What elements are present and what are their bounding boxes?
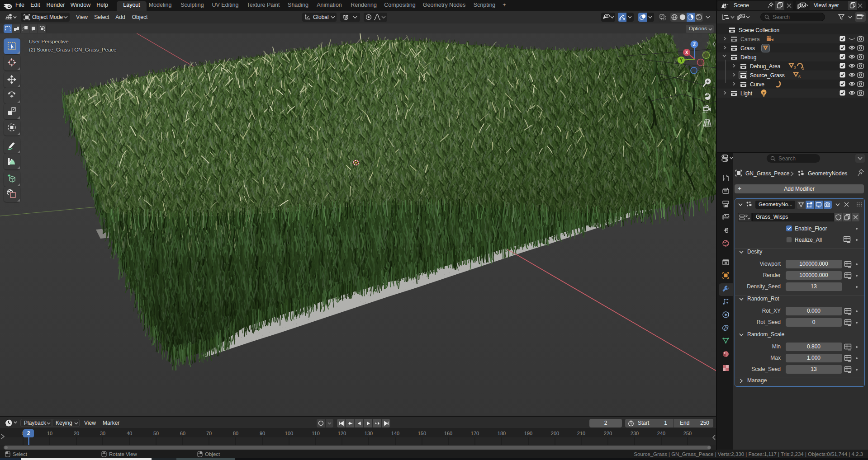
svg-text:130: 130 [365,431,373,436]
svg-text:200: 200 [551,431,559,436]
svg-text:70: 70 [206,431,212,436]
svg-text:140: 140 [391,431,399,436]
svg-text:250: 250 [683,431,692,436]
svg-text:180: 180 [498,431,506,436]
svg-text:210: 210 [577,431,585,436]
svg-text:220: 220 [604,431,612,436]
svg-text:2: 2 [802,66,804,70]
svg-text:6: 6 [798,75,801,79]
svg-text:150: 150 [418,431,426,436]
svg-text:40: 40 [127,431,132,436]
svg-text:100: 100 [285,431,293,436]
svg-text:20: 20 [74,431,79,436]
svg-text:30: 30 [100,431,105,436]
svg-text:110: 110 [312,431,320,436]
svg-text:230: 230 [631,431,639,436]
svg-text:160: 160 [444,431,452,436]
svg-text:80: 80 [233,431,238,436]
svg-text:X: X [685,50,688,55]
svg-text:90: 90 [260,431,265,436]
svg-text:Y: Y [680,58,683,63]
svg-text:240: 240 [657,431,665,436]
svg-text:10: 10 [47,431,52,436]
svg-text:190: 190 [524,431,532,436]
svg-text:170: 170 [471,431,479,436]
svg-text:120: 120 [338,431,346,436]
svg-text:Z: Z [693,42,696,47]
svg-text:60: 60 [180,431,185,436]
svg-text:50: 50 [153,431,159,436]
svg-text:3: 3 [794,66,796,70]
